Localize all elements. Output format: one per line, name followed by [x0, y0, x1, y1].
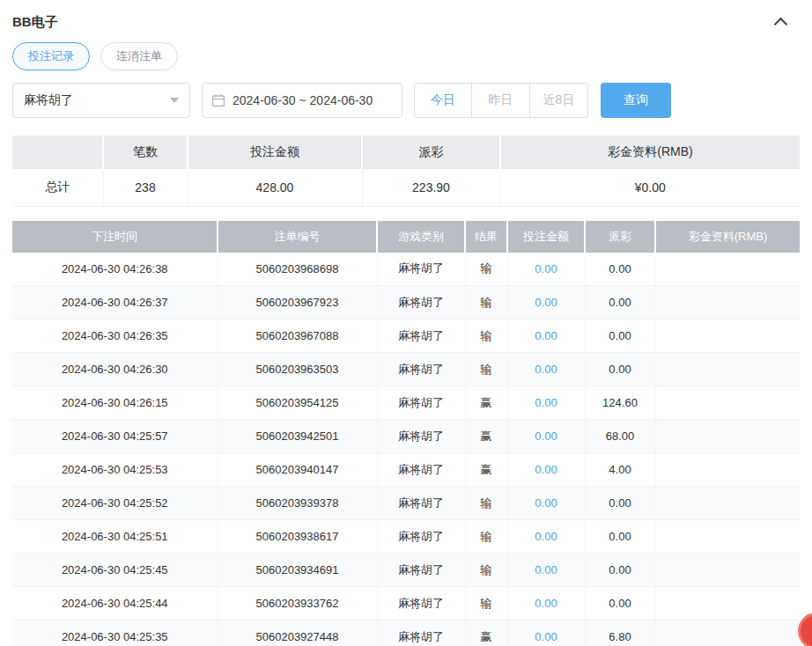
quick-btn-last8days[interactable]: 近8日: [530, 83, 588, 118]
cell-game-type: 麻将胡了: [377, 253, 465, 286]
cell-order-number: 5060203967088: [218, 319, 377, 353]
table-row: 2024-06-30 04:25:53 5060203940147 麻将胡了 赢…: [12, 453, 800, 487]
cell-bet-time: 2024-06-30 04:25:52: [12, 487, 218, 520]
cell-payout: 6.80: [585, 620, 655, 646]
header-bet-time: 下注时间: [12, 221, 218, 253]
calendar-icon: [211, 93, 225, 107]
table-row: 2024-06-30 04:25:57 5060203942501 麻将胡了 赢…: [12, 420, 800, 453]
cell-bet-time: 2024-06-30 04:25:45: [12, 554, 218, 587]
table-row: 2024-06-30 04:26:30 5060203963503 麻将胡了 输…: [12, 353, 800, 386]
cell-bonus: [655, 453, 800, 487]
tabs: 投注记录 连消注单: [12, 42, 800, 70]
bet-table-body: 2024-06-30 04:26:38 5060203968698 麻将胡了 输…: [12, 253, 800, 646]
date-range-value: 2024-06-30 ~ 2024-06-30: [233, 93, 373, 107]
cell-result: 输: [465, 286, 507, 319]
header-game-type: 游戏类别: [377, 221, 465, 253]
cell-bet-amount: 0.00: [507, 319, 585, 353]
table-row: 2024-06-30 04:26:37 5060203967923 麻将胡了 输…: [12, 286, 800, 319]
bet-amount-link[interactable]: 0.00: [535, 262, 557, 275]
chevron-down-icon: [170, 98, 179, 103]
bet-amount-link[interactable]: 0.00: [535, 329, 557, 342]
cell-order-number: 5060203934691: [218, 554, 377, 587]
cell-payout: 68.00: [585, 420, 655, 453]
table-row: 2024-06-30 04:25:52 5060203939378 麻将胡了 输…: [12, 487, 800, 520]
bet-amount-link[interactable]: 0.00: [535, 530, 557, 543]
cell-payout: 0.00: [585, 319, 655, 353]
cell-bet-amount: 0.00: [507, 520, 585, 554]
tab-cancelled-orders[interactable]: 连消注单: [100, 42, 178, 70]
cell-bet-amount: 0.00: [507, 353, 585, 386]
cell-order-number: 5060203940147: [218, 453, 377, 487]
header-payout: 派彩: [585, 221, 655, 253]
summary-total-count: 238: [103, 169, 188, 206]
quick-range-group: 今日 昨日 近8日: [414, 83, 588, 118]
cell-game-type: 麻将胡了: [377, 319, 465, 353]
cell-order-number: 5060203942501: [218, 420, 377, 453]
cell-bonus: [655, 286, 800, 319]
cell-bonus: [655, 587, 800, 620]
game-select[interactable]: 麻将胡了: [12, 83, 190, 118]
header-bet-amount: 投注金额: [507, 221, 585, 253]
cell-payout: 0.00: [585, 353, 655, 386]
table-row: 2024-06-30 04:25:35 5060203927448 麻将胡了 赢…: [12, 620, 800, 646]
cell-result: 赢: [465, 620, 507, 646]
bet-amount-link[interactable]: 0.00: [535, 396, 557, 409]
bet-amount-link[interactable]: 0.00: [535, 463, 557, 476]
game-select-value: 麻将胡了: [24, 92, 73, 108]
cell-bonus: [655, 319, 800, 353]
cell-payout: 0.00: [585, 286, 655, 319]
summary-header-bonus: 彩金资料(RMB): [500, 136, 800, 169]
cell-game-type: 麻将胡了: [377, 353, 465, 386]
cell-bet-time: 2024-06-30 04:26:37: [12, 286, 218, 319]
cell-order-number: 5060203967923: [218, 286, 377, 319]
cell-game-type: 麻将胡了: [377, 620, 465, 646]
quick-btn-today[interactable]: 今日: [414, 83, 472, 118]
cell-payout: 0.00: [585, 554, 655, 587]
summary-total-bonus: ¥0.00: [500, 169, 800, 206]
bet-amount-link[interactable]: 0.00: [535, 630, 557, 643]
cell-bet-time: 2024-06-30 04:25:53: [12, 453, 218, 487]
bet-amount-link[interactable]: 0.00: [535, 496, 557, 510]
cell-payout: 124.60: [585, 386, 655, 420]
cell-bonus: [655, 520, 800, 554]
cell-payout: 4.00: [585, 453, 655, 487]
bet-amount-link[interactable]: 0.00: [535, 563, 557, 576]
cell-payout: 0.00: [585, 587, 655, 620]
cell-bonus: [655, 353, 800, 386]
summary-total-bet-amount: 428.00: [188, 169, 362, 206]
bet-amount-link[interactable]: 0.00: [535, 429, 557, 443]
bet-amount-link[interactable]: 0.00: [535, 296, 557, 309]
tab-bet-records[interactable]: 投注记录: [12, 42, 90, 70]
cell-game-type: 麻将胡了: [377, 587, 465, 620]
summary-header-blank: [12, 136, 103, 169]
cell-game-type: 麻将胡了: [377, 520, 465, 554]
table-row: 2024-06-30 04:26:38 5060203968698 麻将胡了 输…: [12, 253, 800, 286]
summary-header-row: 笔数 投注金额 派彩 彩金资料(RMB): [12, 136, 800, 169]
cell-bet-time: 2024-06-30 04:26:30: [12, 353, 218, 386]
cell-bet-amount: 0.00: [507, 420, 585, 453]
search-button[interactable]: 查询: [601, 83, 671, 118]
cell-order-number: 5060203927448: [218, 620, 377, 646]
cell-bet-amount: 0.00: [507, 253, 585, 286]
cell-game-type: 麻将胡了: [377, 420, 465, 453]
quick-btn-yesterday[interactable]: 昨日: [472, 83, 530, 118]
cell-bet-time: 2024-06-30 04:26:35: [12, 319, 218, 353]
cell-order-number: 5060203933762: [218, 587, 377, 620]
collapse-chevron-up-icon[interactable]: [775, 16, 787, 28]
cell-result: 赢: [465, 453, 507, 487]
cell-bet-time: 2024-06-30 04:26:15: [12, 386, 218, 420]
cell-bet-time: 2024-06-30 04:25:51: [12, 520, 218, 554]
cell-order-number: 5060203968698: [218, 253, 377, 286]
date-range-input[interactable]: 2024-06-30 ~ 2024-06-30: [202, 83, 402, 118]
cell-result: 赢: [465, 386, 507, 420]
cell-bet-amount: 0.00: [507, 286, 585, 319]
page-title: BB电子: [12, 14, 58, 31]
summary-total-label: 总计: [12, 169, 103, 206]
cell-order-number: 5060203963503: [218, 353, 377, 386]
bet-amount-link[interactable]: 0.00: [535, 597, 557, 610]
cell-payout: 0.00: [585, 487, 655, 520]
bet-amount-link[interactable]: 0.00: [535, 363, 557, 376]
cell-payout: 0.00: [585, 253, 655, 286]
table-row: 2024-06-30 04:25:44 5060203933762 麻将胡了 输…: [12, 587, 800, 620]
floating-service-button[interactable]: [798, 613, 812, 646]
